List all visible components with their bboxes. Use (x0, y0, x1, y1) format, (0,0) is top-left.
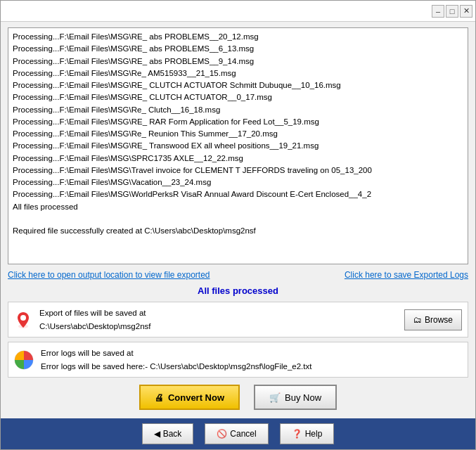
convert-label: Convert Now (168, 392, 224, 403)
export-path: C:\Users\abc\Desktop\msg2nsf (39, 320, 397, 333)
info-section: Export of files will be saved at C:\User… (8, 302, 468, 378)
action-row: 🖨 Convert Now 🛒 Buy Now (8, 385, 468, 410)
help-icon: ❓ (292, 429, 302, 439)
help-button[interactable]: ❓ Help (280, 423, 335, 444)
location-icon (14, 311, 32, 329)
back-icon: ◀ (154, 429, 160, 439)
main-content: Processing...F:\Email Files\MSG\RE_ abs … (1, 22, 475, 418)
error-log-path: Error logs will be saved here:- C:\Users… (41, 360, 462, 373)
convert-button[interactable]: 🖨 Convert Now (139, 385, 240, 410)
log-text: Processing...F:\Email Files\MSG\RE_ abs … (13, 31, 463, 237)
open-output-link[interactable]: Click here to open output location to vi… (8, 270, 210, 280)
link-row: Click here to open output location to vi… (8, 269, 468, 283)
save-logs-link[interactable]: Click here to save Exported Logs (345, 270, 468, 280)
help-label: Help (305, 429, 323, 439)
cancel-label: Cancel (230, 429, 256, 439)
buy-label: Buy Now (285, 392, 321, 403)
bottom-bar: ◀ Back 🚫 Cancel ❓ Help (1, 418, 475, 449)
error-log-label: Error logs will be saved at (41, 347, 462, 359)
error-log-row: Error logs will be saved at Error logs w… (8, 342, 468, 378)
close-button[interactable]: ✕ (460, 5, 472, 18)
maximize-button[interactable]: □ (446, 5, 458, 18)
cancel-button[interactable]: 🚫 Cancel (205, 423, 268, 444)
title-bar: – □ ✕ (1, 1, 475, 22)
browse-icon: 🗂 (413, 315, 422, 325)
log-area[interactable]: Processing...F:\Email Files\MSG\RE_ abs … (8, 27, 468, 264)
browse-label: Browse (425, 315, 453, 325)
status-label: All files processed (8, 283, 468, 302)
convert-icon: 🖨 (155, 392, 164, 403)
cart-icon: 🛒 (269, 392, 281, 403)
export-info-text: Export of files will be saved at C:\User… (39, 307, 397, 333)
error-log-text: Error logs will be saved at Error logs w… (41, 347, 462, 373)
minimize-button[interactable]: – (432, 5, 444, 18)
back-label: Back (163, 429, 182, 439)
pie-icon (14, 350, 34, 370)
cancel-icon: 🚫 (217, 429, 227, 439)
main-window: – □ ✕ Processing...F:\Email Files\MSG\RE… (0, 0, 476, 450)
buy-button[interactable]: 🛒 Buy Now (254, 385, 337, 410)
browse-button[interactable]: 🗂 Browse (404, 309, 462, 330)
export-location-row: Export of files will be saved at C:\User… (8, 302, 468, 338)
svg-point-1 (20, 315, 26, 321)
export-label: Export of files will be saved at (39, 307, 397, 319)
back-button[interactable]: ◀ Back (142, 423, 194, 444)
